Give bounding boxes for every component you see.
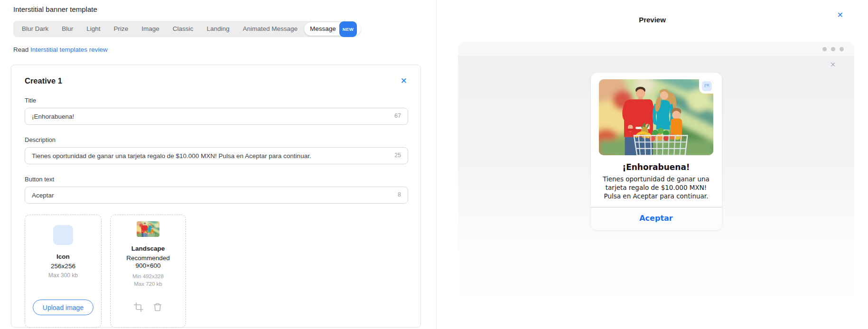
window-dot (831, 47, 835, 51)
page-title: Interstitial banner template (13, 5, 436, 13)
tab-prize[interactable]: Prize (107, 21, 135, 37)
tab-landing[interactable]: Landing (200, 21, 236, 37)
icon-dimensions: 256x256 (51, 263, 75, 270)
title-field-label: Title (25, 97, 407, 104)
tab-light[interactable]: Light (80, 21, 107, 37)
templates-review-link[interactable]: Interstitial templates review (30, 46, 108, 53)
icon-upload-title: Icon (56, 253, 70, 260)
ad-preview-card: ¡Enhorabuena! Tienes oportunidad de gana… (591, 73, 722, 230)
trash-icon (153, 302, 162, 312)
app-root: Interstitial banner template Blur Dark B… (0, 0, 868, 329)
creative-card: Creative 1 ✕ Title 67 Description 25 But… (11, 65, 421, 328)
browser-mockup: ✕ ¡Enhorabuena! Tienes opo (458, 42, 854, 329)
preview-panel: Preview ✕ ✕ (437, 0, 868, 329)
button-text-char-counter: 8 (398, 191, 401, 198)
tab-image[interactable]: Image (135, 21, 166, 37)
photo-icon (704, 82, 710, 91)
ad-accept-button[interactable]: Aceptar (639, 214, 673, 223)
crop-image-button[interactable] (134, 302, 143, 312)
landscape-recommended: Recommended (126, 254, 170, 262)
tab-animated-message[interactable]: Animated Message (236, 21, 304, 37)
ad-title: ¡Enhorabuena! (591, 162, 722, 172)
title-input[interactable] (25, 108, 408, 125)
landscape-recommended-size: 900×600 (136, 262, 161, 269)
crop-icon (134, 302, 143, 312)
delete-image-button[interactable] (153, 302, 162, 312)
editor-panel: Interstitial banner template Blur Dark B… (0, 0, 437, 329)
button-text-input[interactable] (25, 187, 408, 204)
icon-max-size: Max 300 kb (48, 272, 78, 279)
description-input[interactable] (25, 147, 408, 164)
icon-placeholder (53, 225, 73, 245)
button-text-field-label: Button text (25, 176, 407, 183)
tab-classic[interactable]: Classic (166, 21, 200, 37)
description-field-label: Description (25, 136, 407, 143)
ad-image-badge (699, 79, 713, 94)
preview-title: Preview (437, 16, 868, 24)
creative-title: Creative 1 (25, 76, 62, 85)
read-line: Read Interstitial templates review (13, 46, 436, 53)
landscape-max-size: Max 720 kb (134, 281, 162, 288)
new-badge: NEW (339, 21, 357, 37)
landscape-upload-box: Landscape Recommended 900×600 Min 492x32… (110, 215, 186, 328)
title-char-counter: 67 (394, 113, 401, 119)
tab-blur-dark[interactable]: Blur Dark (15, 21, 55, 37)
ad-description: Tienes oportunidad de ganar una tarjeta … (591, 175, 722, 200)
ad-dismiss-icon[interactable]: ✕ (830, 61, 836, 68)
tab-message-label: Message (310, 22, 336, 36)
window-dot (822, 47, 827, 51)
ad-landscape-image (599, 79, 713, 155)
description-char-counter: 25 (394, 152, 401, 159)
ad-footer: Aceptar (591, 207, 722, 230)
landscape-upload-title: Landscape (131, 245, 165, 252)
template-tabbar: Blur Dark Blur Light Prize Image Classic… (13, 21, 348, 37)
preview-close-icon[interactable]: ✕ (837, 11, 843, 19)
read-prefix: Read (13, 46, 28, 53)
browser-mockup-header (458, 42, 854, 56)
landscape-thumbnail (137, 221, 159, 237)
browser-mockup-body: ✕ ¡Enhorabuena! Tienes opo (458, 56, 854, 329)
creative-close-icon[interactable]: ✕ (401, 77, 407, 85)
landscape-min-size: Min 492x328 (132, 273, 164, 280)
icon-upload-box: Icon 256x256 Max 300 kb Upload image (25, 215, 102, 328)
window-dot (840, 47, 844, 51)
tab-message[interactable]: Message NEW (304, 22, 361, 36)
upload-image-button[interactable]: Upload image (33, 300, 93, 315)
tab-blur[interactable]: Blur (55, 21, 80, 37)
